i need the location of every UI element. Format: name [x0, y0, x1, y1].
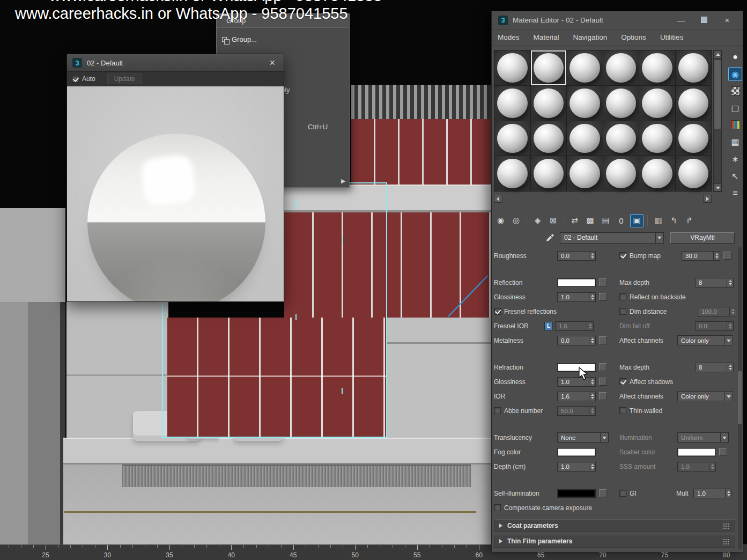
show-shaded-material-in-viewport-icon[interactable]: ▣	[630, 214, 644, 227]
checkbox-abbe-number[interactable]: Abbe number	[494, 407, 555, 415]
rollout-thin-film-parameters[interactable]: Thin Film parameters	[494, 535, 735, 548]
spinner-arrows-icon[interactable]	[727, 278, 733, 287]
value-spinner-1-0[interactable]: 1.0	[693, 489, 732, 498]
dropdown-color-only[interactable]: Color only	[677, 335, 733, 345]
sample-slot[interactable]	[494, 50, 530, 85]
material-name-dropdown[interactable]: 02 - Default	[560, 232, 664, 244]
checkbox-affect-shadows[interactable]: Affect shadows	[619, 378, 673, 386]
scrollbar-thumb[interactable]	[714, 60, 721, 129]
update-button[interactable]: Update	[107, 73, 142, 84]
scroll-down-icon[interactable]	[714, 183, 721, 191]
material-id-channel-icon[interactable]: 0	[615, 214, 628, 227]
checkbox-gi[interactable]: GI	[619, 490, 674, 497]
spinner-arrows-icon[interactable]	[589, 336, 595, 345]
rollout-coat-parameters[interactable]: Coat parameters	[494, 519, 735, 532]
sample-slot[interactable]	[494, 86, 530, 121]
params-scrollbar[interactable]	[738, 247, 742, 550]
value-spinner-1-0[interactable]: 1.0	[557, 462, 596, 471]
color-swatch[interactable]	[557, 489, 596, 498]
value-spinner-1-6[interactable]: 1.6	[557, 392, 596, 401]
spinner-arrows-icon[interactable]	[587, 322, 593, 330]
backlight-icon[interactable]: ◉	[728, 67, 742, 81]
menu-options[interactable]: Options	[621, 33, 646, 41]
sample-slot[interactable]	[603, 86, 639, 121]
sample-slot[interactable]	[567, 156, 603, 191]
sample-uv-tiling-icon[interactable]: ▢	[728, 101, 742, 115]
spinner-arrows-icon[interactable]	[589, 462, 595, 471]
material-editor-titlebar[interactable]: 3 Material Editor - 02 - Default — ×	[492, 11, 743, 30]
show-end-result-icon[interactable]: ▥	[652, 214, 665, 227]
sample-slot[interactable]	[639, 156, 675, 191]
sample-slot[interactable]	[494, 121, 530, 156]
options-icon[interactable]: ∗	[728, 152, 742, 166]
put-to-library-icon[interactable]: ▤	[599, 214, 612, 227]
checkbox-bump-map[interactable]: Bump map	[619, 252, 679, 260]
spinner-arrows-icon[interactable]	[589, 252, 595, 260]
checkbox-thin-walled[interactable]: Thin-walled	[619, 407, 662, 415]
spinner-arrows-icon[interactable]	[589, 293, 595, 301]
sample-slot[interactable]	[531, 156, 567, 191]
generate-preview-icon[interactable]: ▦	[728, 135, 742, 149]
scroll-left-icon[interactable]	[494, 195, 502, 203]
go-to-parent-icon[interactable]: ↰	[667, 214, 681, 227]
sample-slot[interactable]	[531, 50, 567, 85]
sample-slot[interactable]	[639, 121, 675, 156]
minimize-button[interactable]: —	[672, 16, 690, 25]
value-spinner-1-0[interactable]: 1.0	[557, 377, 596, 387]
map-slot-button[interactable]	[599, 336, 607, 344]
dropdown-uniform[interactable]: Uniform	[677, 432, 729, 443]
menu-material[interactable]: Material	[534, 33, 559, 41]
map-slot-button[interactable]	[599, 363, 607, 371]
sample-slot[interactable]	[603, 156, 639, 191]
spinner-arrows-icon[interactable]	[725, 489, 731, 498]
maximize-button[interactable]	[695, 16, 713, 25]
sample-slot[interactable]	[676, 156, 712, 191]
spinner-arrows-icon[interactable]	[589, 407, 595, 415]
value-spinner-0-0[interactable]: 0.0	[557, 336, 596, 345]
sample-slot[interactable]	[603, 50, 639, 85]
sample-slot[interactable]	[567, 121, 603, 156]
auto-checkbox[interactable]: Auto	[72, 75, 95, 83]
spinner-arrows-icon[interactable]	[709, 462, 715, 471]
map-slot-button[interactable]	[719, 448, 727, 456]
video-color-check-icon[interactable]	[731, 120, 740, 129]
make-unique-icon[interactable]: ⇄	[568, 214, 581, 227]
sample-slot[interactable]	[567, 86, 603, 121]
sample-slot[interactable]	[639, 86, 675, 121]
value-spinner-8[interactable]: 8	[695, 278, 734, 288]
select-by-material-icon[interactable]: ↖	[728, 169, 742, 183]
map-slot-button[interactable]	[599, 392, 607, 400]
value-spinner-1-6[interactable]: 1.6	[555, 321, 594, 331]
map-slot-button[interactable]	[599, 278, 607, 286]
value-spinner-1-0[interactable]: 1.0	[557, 292, 596, 302]
spinner-arrows-icon[interactable]	[713, 252, 720, 260]
scroll-up-icon[interactable]	[714, 50, 721, 58]
close-icon[interactable]: ×	[266, 57, 278, 69]
value-spinner-0-0[interactable]: 0.0	[695, 321, 734, 331]
checkbox-dim-distance[interactable]: Dim distance	[619, 308, 696, 315]
color-swatch[interactable]	[557, 363, 596, 372]
checkbox-fresnel-reflections[interactable]: Fresnel reflections	[494, 308, 557, 315]
spinner-arrows-icon[interactable]	[729, 307, 736, 316]
lock-button[interactable]: L	[544, 322, 553, 330]
value-spinner-100-0[interactable]: 100.0	[698, 307, 736, 316]
scroll-right-icon[interactable]	[703, 195, 712, 203]
map-slot-button[interactable]	[723, 252, 731, 260]
spinner-arrows-icon[interactable]	[589, 392, 595, 401]
dropdown-none[interactable]: None	[557, 432, 609, 443]
background-checker-icon[interactable]	[731, 86, 740, 95]
value-spinner-30-0[interactable]: 30.0	[682, 251, 720, 261]
make-material-copy-icon[interactable]: ▩	[583, 214, 597, 227]
sample-type-sphere-icon[interactable]: ●	[728, 50, 742, 64]
color-swatch[interactable]	[557, 448, 596, 456]
color-swatch[interactable]	[677, 448, 716, 456]
menu-modes[interactable]: Modes	[498, 33, 520, 41]
map-slot-button[interactable]	[599, 378, 607, 386]
map-slot-button[interactable]	[599, 489, 607, 497]
go-forward-to-sibling-icon[interactable]: ↱	[683, 214, 696, 227]
sample-slot[interactable]	[567, 50, 603, 85]
color-swatch[interactable]	[557, 278, 596, 287]
value-spinner-8[interactable]: 8	[695, 363, 734, 372]
sample-slot[interactable]	[676, 121, 712, 156]
sample-slot[interactable]	[531, 86, 567, 121]
